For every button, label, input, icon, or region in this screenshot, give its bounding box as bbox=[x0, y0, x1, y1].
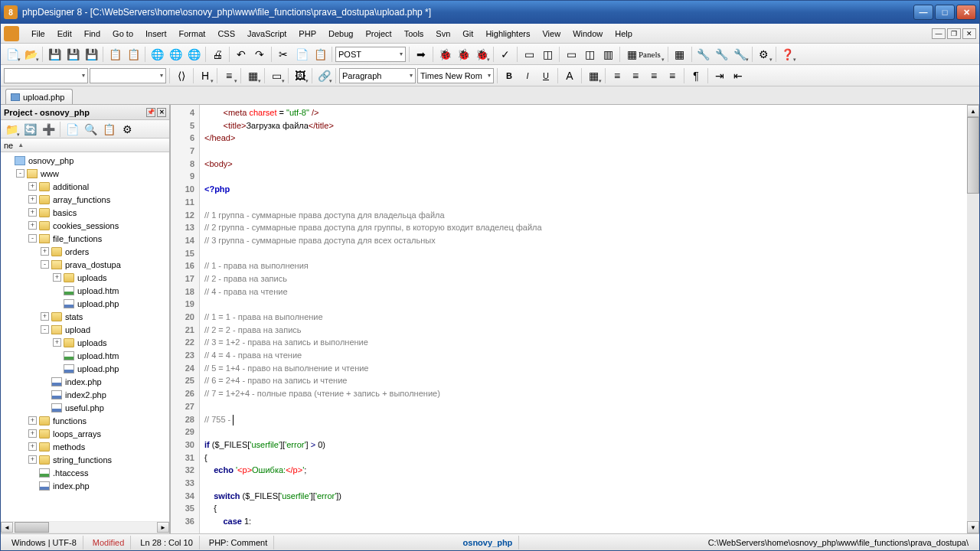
insert-table-button[interactable]: ▦ bbox=[585, 67, 602, 84]
menu-go-to[interactable]: Go to bbox=[106, 26, 139, 41]
tree-item[interactable]: upload.php bbox=[1, 362, 169, 375]
menu-debug[interactable]: Debug bbox=[322, 26, 359, 41]
sidebar-hscroll[interactable]: ◄ ► bbox=[1, 521, 169, 533]
tab-upload-php[interactable]: upload.php bbox=[5, 89, 73, 104]
outdent-button[interactable]: ⇤ bbox=[730, 67, 746, 84]
menu-edit[interactable]: Edit bbox=[51, 26, 78, 41]
undo-button[interactable]: ↶ bbox=[233, 46, 250, 63]
layout3-button[interactable]: ▭ bbox=[563, 46, 580, 63]
layout4-button[interactable]: ◫ bbox=[581, 46, 598, 63]
menu-svn[interactable]: Svn bbox=[430, 26, 456, 41]
tree-item[interactable]: +uploads bbox=[1, 336, 169, 349]
tree-item[interactable]: +methods bbox=[1, 440, 169, 453]
menu-git[interactable]: Git bbox=[456, 26, 479, 41]
project-tree[interactable]: osnovy_php-www+additional+array_function… bbox=[1, 152, 169, 521]
tree-toggle[interactable]: + bbox=[41, 247, 49, 256]
menu-window[interactable]: Window bbox=[567, 26, 609, 41]
underline-button[interactable]: U bbox=[537, 67, 554, 84]
align-left-button[interactable]: ≡ bbox=[609, 67, 626, 84]
browser-button[interactable]: 🌐 bbox=[149, 46, 165, 63]
list-button[interactable]: ≡ bbox=[220, 67, 237, 84]
tool2-button[interactable]: 🔧 bbox=[695, 46, 712, 63]
run-button[interactable]: ➡ bbox=[413, 46, 430, 63]
paste-button[interactable]: 📋 bbox=[125, 46, 142, 63]
tree-toggle[interactable]: + bbox=[28, 429, 37, 438]
color-button[interactable]: A bbox=[561, 67, 578, 84]
layout2-button[interactable]: ◫ bbox=[539, 46, 556, 63]
menu-tools[interactable]: Tools bbox=[398, 26, 430, 41]
tree-item[interactable]: index.php bbox=[1, 479, 169, 492]
tree-item[interactable]: osnovy_php bbox=[1, 154, 169, 167]
panels-button[interactable]: ▦ Panels bbox=[623, 46, 665, 63]
tree-item[interactable]: +basics bbox=[1, 206, 169, 219]
italic-button[interactable]: I bbox=[519, 67, 536, 84]
paragraph-combo[interactable]: Paragraph▾ bbox=[339, 68, 416, 83]
tree-item[interactable]: +cookies_sessions bbox=[1, 219, 169, 232]
menu-view[interactable]: View bbox=[536, 26, 567, 41]
heading-button[interactable]: H bbox=[197, 67, 214, 84]
align-center-button[interactable]: ≡ bbox=[627, 67, 644, 84]
method-dropdown[interactable]: POST▾ bbox=[335, 47, 406, 62]
browser2-button[interactable]: 🌐 bbox=[167, 46, 184, 63]
validate-button[interactable]: ✓ bbox=[497, 46, 514, 63]
menu-format[interactable]: Format bbox=[173, 26, 212, 41]
hscroll-thumb[interactable] bbox=[15, 522, 49, 533]
tree-toggle[interactable]: + bbox=[28, 442, 37, 451]
scroll-left-button[interactable]: ◄ bbox=[1, 522, 13, 533]
tree-item[interactable]: -file_functions bbox=[1, 232, 169, 245]
tree-toggle[interactable]: + bbox=[28, 416, 37, 425]
font-combo[interactable]: Times New Rom▾ bbox=[417, 68, 494, 83]
new-file-button[interactable]: 📄 bbox=[4, 46, 21, 63]
tree-toggle[interactable]: + bbox=[53, 273, 61, 282]
project-refresh-button[interactable]: 🔄 bbox=[21, 121, 38, 138]
tree-toggle[interactable]: + bbox=[53, 338, 61, 347]
code-editor[interactable]: 4567891011121314151617181920212223242526… bbox=[171, 105, 979, 533]
pilcrow-button[interactable]: ¶ bbox=[688, 67, 704, 84]
tree-item[interactable]: -upload bbox=[1, 323, 169, 336]
mdi-minimize-button[interactable]: — bbox=[932, 28, 946, 39]
image-button[interactable]: 🖼 bbox=[292, 67, 309, 84]
open-file-button[interactable]: 📂 bbox=[22, 46, 39, 63]
menu-php[interactable]: PHP bbox=[292, 26, 322, 41]
tree-item[interactable]: .htaccess bbox=[1, 466, 169, 479]
tree-item[interactable]: upload.php bbox=[1, 297, 169, 310]
copy2-button[interactable]: 📄 bbox=[293, 46, 310, 63]
tree-toggle[interactable]: + bbox=[28, 182, 37, 191]
layout5-button[interactable]: ▥ bbox=[599, 46, 616, 63]
editor-vscroll[interactable]: ▲ ▼ bbox=[967, 105, 979, 533]
tree-item[interactable]: upload.htm bbox=[1, 284, 169, 297]
menu-file[interactable]: File bbox=[25, 26, 51, 41]
debug2-button[interactable]: 🐞 bbox=[455, 46, 472, 63]
tree-toggle[interactable]: - bbox=[41, 325, 49, 334]
project-btn4[interactable]: ⚙ bbox=[119, 121, 136, 138]
close-button[interactable]: ✕ bbox=[956, 5, 976, 20]
copy-button[interactable]: 📋 bbox=[106, 46, 123, 63]
browser3-button[interactable]: 🌐 bbox=[185, 46, 202, 63]
code-area[interactable]: <meta charset = "utf-8" /> <title>Загруз… bbox=[200, 105, 967, 533]
tree-toggle[interactable]: + bbox=[28, 221, 37, 230]
tree-item[interactable]: +functions bbox=[1, 414, 169, 427]
tree-item[interactable]: upload.htm bbox=[1, 349, 169, 362]
paste2-button[interactable]: 📋 bbox=[312, 46, 328, 63]
menu-javascript[interactable]: JavaScript bbox=[241, 26, 292, 41]
save-button[interactable]: 💾 bbox=[46, 46, 63, 63]
menu-css[interactable]: CSS bbox=[211, 26, 241, 41]
tree-item[interactable]: +orders bbox=[1, 245, 169, 258]
debug3-button[interactable]: 🐞 bbox=[473, 46, 490, 63]
tool3-button[interactable]: 🔧 bbox=[714, 46, 730, 63]
table-button[interactable]: ▦ bbox=[244, 67, 261, 84]
redo-button[interactable]: ↷ bbox=[251, 46, 268, 63]
tree-item[interactable]: useful.php bbox=[1, 401, 169, 414]
project-combo-button[interactable]: 📁 bbox=[3, 121, 20, 138]
tree-toggle[interactable]: - bbox=[16, 169, 24, 178]
maximize-button[interactable]: □ bbox=[935, 5, 955, 20]
layout1-button[interactable]: ▭ bbox=[521, 46, 537, 63]
sidebar-pin-button[interactable]: 📌 bbox=[146, 108, 155, 117]
tree-item[interactable]: index2.php bbox=[1, 388, 169, 401]
tree-toggle[interactable]: + bbox=[41, 312, 49, 321]
tool1-button[interactable]: ▦ bbox=[671, 46, 688, 63]
bold-button[interactable]: B bbox=[501, 67, 518, 84]
sidebar-column-header[interactable]: ne▲ bbox=[1, 139, 169, 152]
save-as-button[interactable]: 💾 bbox=[83, 46, 100, 63]
tree-item[interactable]: +additional bbox=[1, 180, 169, 193]
